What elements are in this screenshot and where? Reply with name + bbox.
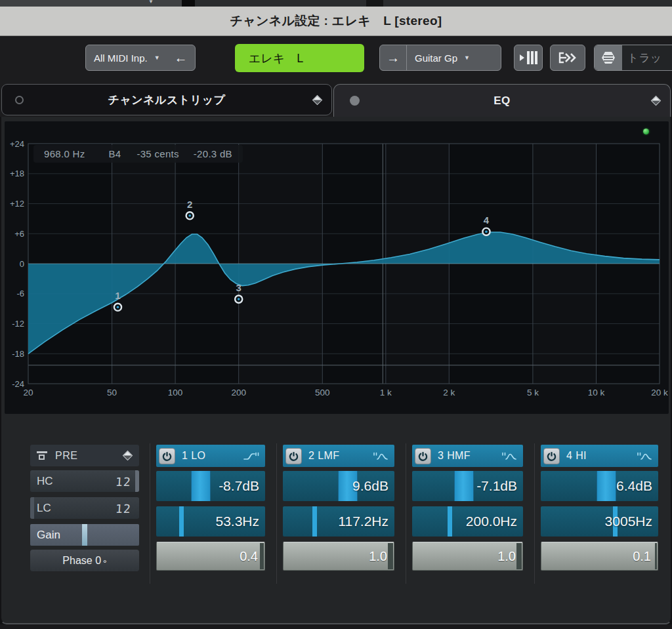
- band-gain-handle[interactable]: [597, 471, 616, 501]
- high-cut-control[interactable]: HC 12: [30, 470, 139, 492]
- low-cut-handle[interactable]: [30, 497, 34, 519]
- left-arrow-icon: ←: [175, 51, 188, 66]
- band-gain-value[interactable]: -8.7dB: [219, 478, 259, 494]
- band-q-value[interactable]: 1.0: [497, 549, 516, 564]
- band-power-button[interactable]: [285, 448, 302, 464]
- band-q-slider[interactable]: 1.0: [412, 542, 523, 571]
- goto-input-button[interactable]: ←: [168, 45, 194, 70]
- power-icon: [161, 451, 173, 462]
- right-arrow-icon: →: [387, 51, 400, 66]
- band-gain-value[interactable]: 6.4dB: [616, 478, 652, 494]
- goto-output-button[interactable]: →: [380, 45, 406, 70]
- tab-channel-strip-label: チャンネルストリップ: [108, 92, 226, 108]
- band-q-slider[interactable]: 0.1: [541, 542, 658, 571]
- band-freq-slider[interactable]: 117.2Hz: [283, 506, 394, 537]
- chevron-down-icon: ▼: [148, 0, 154, 5]
- eq-curve-display[interactable]: 1234+24+18+12+60-6-12-18-242050100200500…: [5, 121, 669, 414]
- band-q-notch: [516, 543, 522, 569]
- tab-channel-strip[interactable]: チャンネルストリップ: [1, 84, 332, 115]
- band-freq-handle[interactable]: [312, 506, 317, 537]
- band-q-value[interactable]: 1.0: [369, 549, 387, 564]
- band-gain-handle[interactable]: [191, 471, 211, 501]
- svg-text:3: 3: [236, 282, 242, 293]
- window-title: チャンネル設定 : エレキ L [stereo]: [230, 12, 442, 30]
- band-gain-slider[interactable]: -8.7dB: [156, 471, 265, 501]
- band-name: 2 LMF: [308, 450, 339, 462]
- chevron-down-icon: ▼: [464, 54, 470, 61]
- eq-band-handle-1[interactable]: 1: [114, 290, 121, 311]
- output-routing-select[interactable]: Guitar Gp ▼: [406, 45, 478, 70]
- eq-band-handle-4[interactable]: 4: [482, 214, 490, 235]
- output-routing-label: Guitar Gp: [415, 52, 457, 64]
- background-window-strip: ▼: [0, 0, 672, 7]
- channel-name: エレキ L: [249, 51, 303, 66]
- eq-band-handle-2[interactable]: 2: [186, 199, 194, 220]
- band-gain-value[interactable]: 9.6dB: [352, 478, 388, 494]
- band-q-slider[interactable]: 0.4: [156, 542, 265, 571]
- band-gain-slider[interactable]: 9.6dB: [283, 471, 394, 501]
- db-axis-label: +24: [10, 139, 24, 149]
- tab-eq[interactable]: EQ: [333, 84, 671, 117]
- channel-name-field[interactable]: エレキ L: [235, 44, 364, 72]
- high-cut-slope-value: 12: [116, 474, 132, 488]
- track-preset-button[interactable]: トラッ: [594, 45, 672, 71]
- svg-text:2: 2: [187, 199, 192, 210]
- band-q-value[interactable]: 0.4: [240, 549, 258, 564]
- pre-gain-handle[interactable]: [82, 524, 87, 546]
- pre-gain-label: Gain: [37, 529, 60, 542]
- channel-toolbar: All MIDI Inp. ▼ ← エレキ L → Guitar Gp ▼: [0, 36, 672, 84]
- power-icon: [546, 451, 557, 462]
- low-cut-control[interactable]: LC 12: [30, 497, 139, 519]
- phase-button[interactable]: Phase 0 °: [30, 550, 139, 571]
- db-axis-label: -18: [12, 349, 24, 359]
- band-name: 3 HMF: [438, 450, 471, 462]
- band-freq-value[interactable]: 117.2Hz: [338, 514, 388, 529]
- low-cut-slope-value: 12: [116, 501, 132, 515]
- high-cut-label: HC: [37, 475, 53, 488]
- band-q-value[interactable]: 0.1: [633, 549, 651, 564]
- band-power-button[interactable]: [159, 448, 175, 464]
- band-freq-handle[interactable]: [448, 506, 452, 537]
- low-cut-label: LC: [37, 502, 51, 515]
- filter-type-icon[interactable]: [372, 451, 389, 462]
- high-cut-handle[interactable]: [135, 470, 139, 492]
- e-double-arrow-icon: [557, 51, 578, 64]
- pre-gain-slider[interactable]: Gain: [30, 524, 139, 546]
- freq-axis-label: 500: [315, 388, 330, 397]
- keyboard-focus-button[interactable]: [514, 45, 543, 71]
- strip-segment: [195, 0, 672, 7]
- band-q-slider[interactable]: 1.0: [283, 542, 394, 571]
- band-gain-handle[interactable]: [454, 471, 474, 501]
- band-freq-handle[interactable]: [179, 506, 184, 537]
- preset-diamond-icon[interactable]: [312, 94, 323, 105]
- band-freq-value[interactable]: 3005Hz: [605, 514, 652, 529]
- freq-axis-label: 5 k: [527, 388, 539, 397]
- band-power-button[interactable]: [543, 448, 560, 464]
- input-routing-select[interactable]: All MIDI Inp. ▼: [86, 45, 168, 70]
- band-header: 1 LO: [156, 445, 265, 467]
- band-q-notch: [655, 543, 657, 569]
- db-axis-label: -12: [12, 319, 24, 329]
- filter-type-icon[interactable]: [501, 451, 518, 462]
- band-q-notch: [260, 543, 264, 569]
- band-freq-slider[interactable]: 200.0Hz: [412, 506, 523, 537]
- pre-header[interactable]: PRE: [30, 445, 139, 466]
- band-freq-value[interactable]: 200.0Hz: [466, 514, 517, 529]
- filter-type-icon[interactable]: [243, 451, 260, 462]
- filter-type-icon[interactable]: [636, 451, 653, 462]
- freq-axis-label: 100: [168, 388, 183, 397]
- eq-band-handle-3[interactable]: 3: [235, 282, 242, 303]
- band-power-button[interactable]: [415, 448, 431, 464]
- preset-diamond-icon[interactable]: [651, 96, 662, 106]
- band-gain-slider[interactable]: 6.4dB: [541, 471, 658, 501]
- chevron-down-icon: ▼: [154, 54, 160, 61]
- output-routing-group: → Guitar Gp ▼: [379, 45, 501, 71]
- band-gain-value[interactable]: -7.1dB: [476, 478, 517, 494]
- output-chain-button[interactable]: [550, 45, 585, 71]
- strip-notch: [182, 0, 195, 7]
- band-freq-slider[interactable]: 3005Hz: [541, 506, 658, 537]
- preset-diamond-icon[interactable]: [123, 451, 133, 461]
- band-freq-value[interactable]: 53.3Hz: [215, 514, 259, 529]
- band-gain-slider[interactable]: -7.1dB: [412, 471, 523, 501]
- band-freq-slider[interactable]: 53.3Hz: [156, 506, 265, 537]
